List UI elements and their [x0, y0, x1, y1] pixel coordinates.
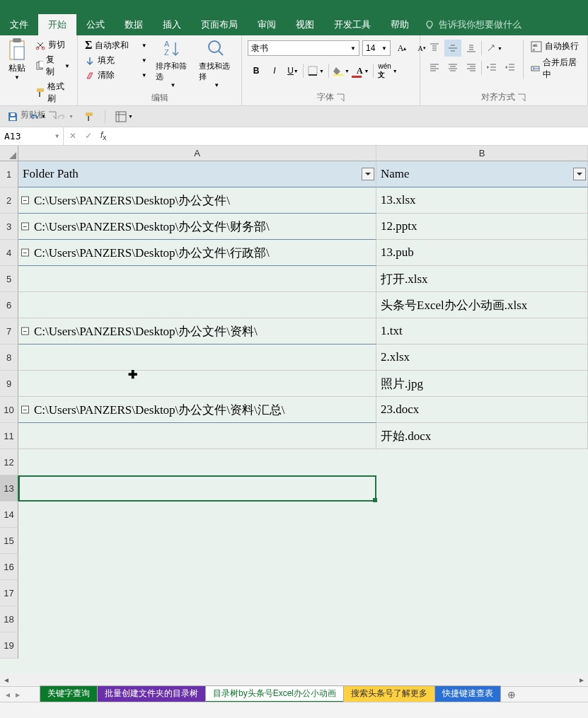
cell-folder-path[interactable]: [18, 292, 376, 318]
filter-button-b[interactable]: [573, 168, 586, 180]
save-button[interactable]: [4, 108, 21, 125]
tab-home[interactable]: 开始: [38, 14, 76, 35]
cell-empty[interactable]: [376, 632, 588, 659]
qat-outline-button[interactable]: ▼: [113, 108, 136, 125]
row-header[interactable]: 3: [0, 214, 18, 240]
name-box[interactable]: A13▼: [0, 127, 64, 145]
tell-me[interactable]: 告诉我你想要做什么: [425, 18, 521, 31]
sheet-tab-1[interactable]: 关键字查询: [40, 685, 98, 703]
row-header[interactable]: 11: [0, 423, 18, 449]
sort-filter-button[interactable]: AZ 排序和筛选 ▼: [151, 37, 195, 90]
header-folder-path[interactable]: Folder Path: [18, 161, 376, 187]
tab-layout[interactable]: 页面布局: [191, 14, 248, 35]
cell-name[interactable]: 照片.jpg: [376, 371, 588, 397]
cell-empty[interactable]: [18, 580, 376, 606]
tab-help[interactable]: 帮助: [381, 14, 419, 35]
tab-insert[interactable]: 插入: [153, 14, 191, 35]
decrease-indent-button[interactable]: [483, 59, 500, 76]
sheet-tab-2[interactable]: 批量创建文件夹的目录树: [97, 685, 206, 703]
format-painter-button[interactable]: 格式刷: [33, 80, 73, 105]
orientation-button[interactable]: ▼: [483, 40, 505, 57]
row-header[interactable]: 14: [0, 502, 18, 528]
tab-view[interactable]: 视图: [286, 14, 324, 35]
cell-folder-path[interactable]: [18, 423, 376, 449]
formula-input[interactable]: [112, 127, 588, 145]
border-button[interactable]: ▼: [305, 62, 327, 79]
cell-folder-path[interactable]: [18, 371, 376, 397]
cell-folder-path[interactable]: −C:\Users\PANZERS\Desktop\办公文件\财务部\: [18, 214, 376, 240]
autosum-button[interactable]: Σ自动求和▼: [82, 38, 150, 52]
confirm-formula-button[interactable]: ✓: [85, 131, 92, 141]
cell-folder-path[interactable]: −C:\Users\PANZERS\Desktop\办公文件\资料\汇总\: [18, 397, 376, 423]
cell-empty[interactable]: [18, 632, 376, 659]
scroll-left-button[interactable]: ◂: [0, 673, 13, 686]
align-middle-button[interactable]: [444, 40, 461, 57]
align-center-button[interactable]: [444, 59, 461, 76]
tab-data[interactable]: 数据: [115, 14, 153, 35]
sheet-tab-3[interactable]: 目录树by头条号Excel办公小动画: [205, 685, 344, 703]
tab-dev[interactable]: 开发工具: [324, 14, 381, 35]
align-right-button[interactable]: [463, 59, 480, 76]
redo-button[interactable]: ▼: [53, 108, 76, 125]
clear-button[interactable]: 清除▼: [82, 69, 150, 82]
sheet-nav-last[interactable]: ▸: [16, 690, 20, 700]
cell-empty[interactable]: [376, 606, 588, 632]
sheet-nav-first[interactable]: ◂: [6, 690, 10, 700]
cancel-formula-button[interactable]: ✕: [69, 131, 76, 141]
row-header[interactable]: 15: [0, 528, 18, 554]
cell-name[interactable]: 23.docx: [376, 397, 588, 423]
header-name[interactable]: Name: [376, 161, 588, 187]
select-all-corner[interactable]: [0, 146, 18, 161]
tab-formulas[interactable]: 公式: [76, 14, 115, 35]
row-header[interactable]: 5: [0, 266, 18, 292]
cell-name[interactable]: 打开.xlsx: [376, 266, 588, 292]
add-sheet-button[interactable]: ⊕: [500, 689, 523, 700]
cell-folder-path[interactable]: −C:\Users\PANZERS\Desktop\办公文件\行政部\: [18, 240, 376, 266]
cell-folder-path[interactable]: −C:\Users\PANZERS\Desktop\办公文件\: [18, 187, 376, 214]
font-size-select[interactable]: 14▼: [362, 40, 391, 56]
cell-name[interactable]: 1.txt: [376, 318, 588, 344]
row-header[interactable]: 2: [0, 187, 18, 214]
paste-button[interactable]: 粘贴 ▼: [3, 37, 31, 82]
outline-collapse-button[interactable]: −: [21, 328, 29, 335]
row-header[interactable]: 4: [0, 240, 18, 266]
cell-empty[interactable]: [18, 475, 376, 502]
cell-empty[interactable]: [18, 449, 376, 475]
cell-empty[interactable]: [18, 554, 376, 580]
copy-button[interactable]: 复制▼: [33, 53, 73, 79]
cell-empty[interactable]: [376, 554, 588, 580]
wrap-text-button[interactable]: abc自动换行: [528, 40, 582, 53]
filter-button-a[interactable]: [362, 168, 374, 180]
cell-name[interactable]: 13.pub: [376, 240, 588, 266]
undo-button[interactable]: ▼: [25, 108, 49, 125]
cell-folder-path[interactable]: [18, 266, 376, 292]
cell-empty[interactable]: [376, 475, 588, 502]
column-header-b[interactable]: B: [376, 146, 588, 161]
row-header[interactable]: 6: [0, 292, 18, 318]
row-header[interactable]: 19: [0, 632, 18, 659]
tab-review[interactable]: 审阅: [248, 14, 286, 35]
row-header[interactable]: 8: [0, 344, 18, 371]
cell-empty[interactable]: [18, 502, 376, 528]
cell-empty[interactable]: [18, 528, 376, 554]
cell-name[interactable]: 2.xlsx: [376, 344, 588, 371]
column-header-a[interactable]: A: [18, 146, 376, 161]
increase-indent-button[interactable]: [502, 59, 519, 76]
cell-name[interactable]: 开始.docx: [376, 423, 588, 449]
worksheet-grid[interactable]: A B 12345678910111213141516171819 Folder…: [0, 146, 588, 689]
cell-name[interactable]: 12.pptx: [376, 214, 588, 240]
cut-button[interactable]: 剪切: [33, 38, 73, 52]
sheet-tab-4[interactable]: 搜索头条号了解更多: [343, 685, 435, 703]
row-header[interactable]: 10: [0, 397, 18, 423]
align-bottom-button[interactable]: [463, 40, 480, 57]
font-name-select[interactable]: 隶书▼: [248, 40, 359, 56]
align-left-button[interactable]: [426, 59, 443, 76]
cell-empty[interactable]: [376, 502, 588, 528]
outline-collapse-button[interactable]: −: [21, 249, 29, 257]
row-header[interactable]: 16: [0, 554, 18, 580]
underline-button[interactable]: U▼: [284, 62, 301, 79]
row-header[interactable]: 1: [0, 161, 18, 187]
cell-folder-path[interactable]: [18, 344, 376, 371]
row-header[interactable]: 7: [0, 318, 18, 344]
outline-collapse-button[interactable]: −: [21, 406, 29, 414]
